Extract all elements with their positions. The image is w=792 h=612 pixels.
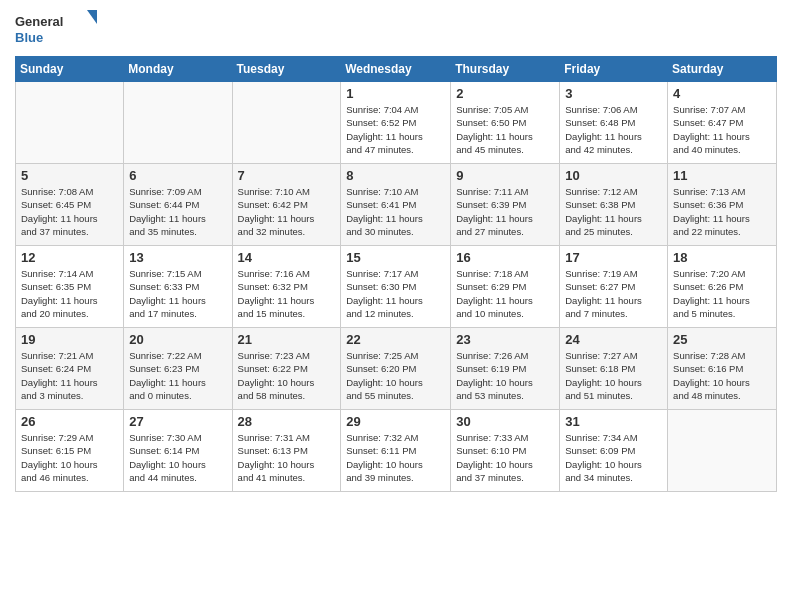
cell-info: Sunrise: 7:08 AM Sunset: 6:45 PM Dayligh… — [21, 185, 118, 238]
cell-info: Sunrise: 7:05 AM Sunset: 6:50 PM Dayligh… — [456, 103, 554, 156]
calendar-week-1: 1Sunrise: 7:04 AM Sunset: 6:52 PM Daylig… — [16, 82, 777, 164]
calendar-header-monday: Monday — [124, 57, 232, 82]
svg-marker-2 — [87, 10, 97, 24]
cell-info: Sunrise: 7:34 AM Sunset: 6:09 PM Dayligh… — [565, 431, 662, 484]
cell-info: Sunrise: 7:22 AM Sunset: 6:23 PM Dayligh… — [129, 349, 226, 402]
cell-day-number: 4 — [673, 86, 771, 101]
calendar-cell: 3Sunrise: 7:06 AM Sunset: 6:48 PM Daylig… — [560, 82, 668, 164]
cell-info: Sunrise: 7:31 AM Sunset: 6:13 PM Dayligh… — [238, 431, 336, 484]
cell-day-number: 22 — [346, 332, 445, 347]
cell-day-number: 3 — [565, 86, 662, 101]
cell-info: Sunrise: 7:10 AM Sunset: 6:41 PM Dayligh… — [346, 185, 445, 238]
calendar-header-saturday: Saturday — [668, 57, 777, 82]
calendar-cell: 15Sunrise: 7:17 AM Sunset: 6:30 PM Dayli… — [341, 246, 451, 328]
cell-day-number: 24 — [565, 332, 662, 347]
cell-info: Sunrise: 7:07 AM Sunset: 6:47 PM Dayligh… — [673, 103, 771, 156]
cell-info: Sunrise: 7:26 AM Sunset: 6:19 PM Dayligh… — [456, 349, 554, 402]
calendar-week-5: 26Sunrise: 7:29 AM Sunset: 6:15 PM Dayli… — [16, 410, 777, 492]
calendar-cell: 19Sunrise: 7:21 AM Sunset: 6:24 PM Dayli… — [16, 328, 124, 410]
cell-day-number: 23 — [456, 332, 554, 347]
calendar-cell: 31Sunrise: 7:34 AM Sunset: 6:09 PM Dayli… — [560, 410, 668, 492]
calendar-cell: 26Sunrise: 7:29 AM Sunset: 6:15 PM Dayli… — [16, 410, 124, 492]
cell-day-number: 25 — [673, 332, 771, 347]
cell-info: Sunrise: 7:33 AM Sunset: 6:10 PM Dayligh… — [456, 431, 554, 484]
cell-info: Sunrise: 7:10 AM Sunset: 6:42 PM Dayligh… — [238, 185, 336, 238]
cell-day-number: 26 — [21, 414, 118, 429]
cell-day-number: 29 — [346, 414, 445, 429]
cell-day-number: 10 — [565, 168, 662, 183]
cell-info: Sunrise: 7:17 AM Sunset: 6:30 PM Dayligh… — [346, 267, 445, 320]
calendar-cell — [124, 82, 232, 164]
calendar-cell: 5Sunrise: 7:08 AM Sunset: 6:45 PM Daylig… — [16, 164, 124, 246]
cell-day-number: 11 — [673, 168, 771, 183]
cell-day-number: 12 — [21, 250, 118, 265]
calendar-header-sunday: Sunday — [16, 57, 124, 82]
calendar-week-2: 5Sunrise: 7:08 AM Sunset: 6:45 PM Daylig… — [16, 164, 777, 246]
cell-info: Sunrise: 7:21 AM Sunset: 6:24 PM Dayligh… — [21, 349, 118, 402]
cell-day-number: 5 — [21, 168, 118, 183]
calendar-cell: 22Sunrise: 7:25 AM Sunset: 6:20 PM Dayli… — [341, 328, 451, 410]
cell-info: Sunrise: 7:28 AM Sunset: 6:16 PM Dayligh… — [673, 349, 771, 402]
calendar-week-3: 12Sunrise: 7:14 AM Sunset: 6:35 PM Dayli… — [16, 246, 777, 328]
cell-day-number: 14 — [238, 250, 336, 265]
cell-day-number: 8 — [346, 168, 445, 183]
cell-info: Sunrise: 7:15 AM Sunset: 6:33 PM Dayligh… — [129, 267, 226, 320]
calendar-cell: 21Sunrise: 7:23 AM Sunset: 6:22 PM Dayli… — [232, 328, 341, 410]
calendar-header-tuesday: Tuesday — [232, 57, 341, 82]
calendar-cell: 14Sunrise: 7:16 AM Sunset: 6:32 PM Dayli… — [232, 246, 341, 328]
cell-day-number: 16 — [456, 250, 554, 265]
cell-day-number: 28 — [238, 414, 336, 429]
calendar-cell: 17Sunrise: 7:19 AM Sunset: 6:27 PM Dayli… — [560, 246, 668, 328]
calendar-table: SundayMondayTuesdayWednesdayThursdayFrid… — [15, 56, 777, 492]
cell-day-number: 17 — [565, 250, 662, 265]
calendar-cell: 10Sunrise: 7:12 AM Sunset: 6:38 PM Dayli… — [560, 164, 668, 246]
cell-day-number: 21 — [238, 332, 336, 347]
cell-info: Sunrise: 7:25 AM Sunset: 6:20 PM Dayligh… — [346, 349, 445, 402]
calendar-cell — [16, 82, 124, 164]
calendar-cell: 29Sunrise: 7:32 AM Sunset: 6:11 PM Dayli… — [341, 410, 451, 492]
cell-day-number: 6 — [129, 168, 226, 183]
cell-day-number: 7 — [238, 168, 336, 183]
calendar-cell: 12Sunrise: 7:14 AM Sunset: 6:35 PM Dayli… — [16, 246, 124, 328]
logo: General Blue — [15, 10, 105, 48]
calendar-cell: 18Sunrise: 7:20 AM Sunset: 6:26 PM Dayli… — [668, 246, 777, 328]
calendar-cell — [232, 82, 341, 164]
calendar-cell — [668, 410, 777, 492]
cell-day-number: 19 — [21, 332, 118, 347]
svg-text:Blue: Blue — [15, 30, 43, 45]
cell-info: Sunrise: 7:16 AM Sunset: 6:32 PM Dayligh… — [238, 267, 336, 320]
cell-info: Sunrise: 7:06 AM Sunset: 6:48 PM Dayligh… — [565, 103, 662, 156]
cell-info: Sunrise: 7:13 AM Sunset: 6:36 PM Dayligh… — [673, 185, 771, 238]
cell-info: Sunrise: 7:09 AM Sunset: 6:44 PM Dayligh… — [129, 185, 226, 238]
cell-info: Sunrise: 7:30 AM Sunset: 6:14 PM Dayligh… — [129, 431, 226, 484]
cell-info: Sunrise: 7:11 AM Sunset: 6:39 PM Dayligh… — [456, 185, 554, 238]
cell-info: Sunrise: 7:27 AM Sunset: 6:18 PM Dayligh… — [565, 349, 662, 402]
cell-info: Sunrise: 7:12 AM Sunset: 6:38 PM Dayligh… — [565, 185, 662, 238]
calendar-header-thursday: Thursday — [451, 57, 560, 82]
calendar-header-row: SundayMondayTuesdayWednesdayThursdayFrid… — [16, 57, 777, 82]
calendar-cell: 25Sunrise: 7:28 AM Sunset: 6:16 PM Dayli… — [668, 328, 777, 410]
calendar-cell: 30Sunrise: 7:33 AM Sunset: 6:10 PM Dayli… — [451, 410, 560, 492]
calendar-header-wednesday: Wednesday — [341, 57, 451, 82]
cell-day-number: 15 — [346, 250, 445, 265]
calendar-cell: 16Sunrise: 7:18 AM Sunset: 6:29 PM Dayli… — [451, 246, 560, 328]
calendar-cell: 24Sunrise: 7:27 AM Sunset: 6:18 PM Dayli… — [560, 328, 668, 410]
cell-day-number: 13 — [129, 250, 226, 265]
cell-info: Sunrise: 7:04 AM Sunset: 6:52 PM Dayligh… — [346, 103, 445, 156]
cell-day-number: 18 — [673, 250, 771, 265]
page: General Blue SundayMondayTuesdayWednesda… — [0, 0, 792, 612]
cell-day-number: 20 — [129, 332, 226, 347]
cell-day-number: 27 — [129, 414, 226, 429]
cell-info: Sunrise: 7:14 AM Sunset: 6:35 PM Dayligh… — [21, 267, 118, 320]
calendar-cell: 13Sunrise: 7:15 AM Sunset: 6:33 PM Dayli… — [124, 246, 232, 328]
calendar-header-friday: Friday — [560, 57, 668, 82]
calendar-cell: 28Sunrise: 7:31 AM Sunset: 6:13 PM Dayli… — [232, 410, 341, 492]
cell-info: Sunrise: 7:23 AM Sunset: 6:22 PM Dayligh… — [238, 349, 336, 402]
calendar-cell: 6Sunrise: 7:09 AM Sunset: 6:44 PM Daylig… — [124, 164, 232, 246]
calendar-cell: 4Sunrise: 7:07 AM Sunset: 6:47 PM Daylig… — [668, 82, 777, 164]
calendar-cell: 7Sunrise: 7:10 AM Sunset: 6:42 PM Daylig… — [232, 164, 341, 246]
header: General Blue — [15, 10, 777, 48]
cell-info: Sunrise: 7:29 AM Sunset: 6:15 PM Dayligh… — [21, 431, 118, 484]
cell-info: Sunrise: 7:32 AM Sunset: 6:11 PM Dayligh… — [346, 431, 445, 484]
calendar-cell: 20Sunrise: 7:22 AM Sunset: 6:23 PM Dayli… — [124, 328, 232, 410]
